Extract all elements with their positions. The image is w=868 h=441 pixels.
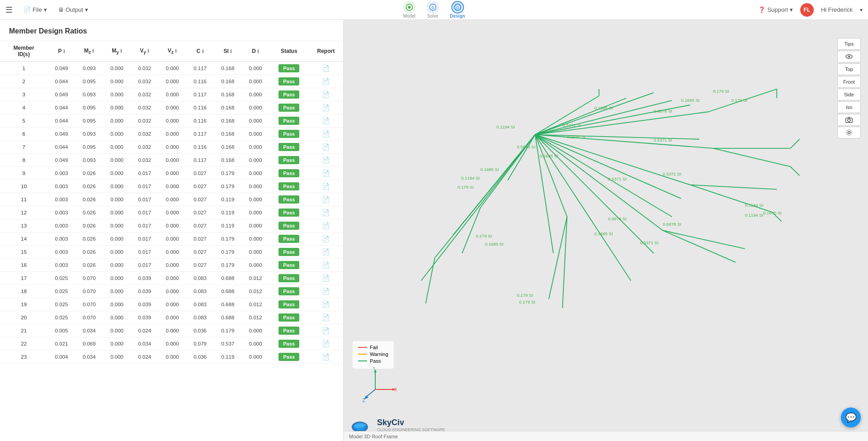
cell-my: 0.000 [103, 128, 131, 141]
cell-report[interactable]: 📄 [309, 101, 343, 114]
cell-report[interactable]: 📄 [309, 311, 343, 324]
cell-status: Pass [269, 128, 309, 141]
table-row: 2 0.044 0.095 0.000 0.032 0.000 0.116 0.… [0, 75, 343, 88]
cell-d: 0.000 [242, 324, 269, 337]
cell-report[interactable]: 📄 [309, 114, 343, 128]
cell-si: 0.168 [214, 101, 241, 114]
report-icon: 📄 [322, 353, 330, 360]
cell-vz: 0.000 [159, 232, 186, 246]
menu-icon[interactable]: ☰ [5, 5, 13, 15]
cell-member-id: 13 [0, 219, 47, 232]
svg-text:0.179 SI: 0.179 SI [458, 185, 474, 190]
topbar-right: ❓ Support ▾ FL Hi Frederick ▾ [758, 3, 863, 17]
output-menu[interactable]: 🖥 Output ▾ [54, 5, 92, 15]
side-button[interactable]: Side [837, 89, 861, 100]
cell-report[interactable]: 📄 [309, 193, 343, 206]
legend-fail: Fail [358, 345, 388, 350]
report-icon: 📄 [322, 288, 330, 295]
cell-report[interactable]: 📄 [309, 167, 343, 180]
svg-text:0.179 SI: 0.179 SI [713, 89, 729, 94]
cell-member-id: 17 [0, 272, 47, 285]
cell-mz: 0.095 [75, 75, 103, 88]
cell-member-id: 4 [0, 101, 47, 114]
svg-text:0.5878 SI: 0.5878 SI [517, 144, 535, 149]
cell-vz: 0.000 [159, 311, 186, 324]
cell-c: 0.083 [186, 298, 214, 311]
table-row: 1 0.049 0.093 0.000 0.032 0.000 0.117 0.… [0, 62, 343, 75]
svg-text:0.1194 SI: 0.1194 SI [461, 175, 480, 180]
cell-report[interactable]: 📄 [309, 324, 343, 337]
legend-pass: Pass [358, 358, 388, 364]
user-name[interactable]: Hi Frederick [821, 6, 853, 13]
file-menu[interactable]: 📄 File ▾ [20, 5, 51, 15]
table-container[interactable]: MemberID(s) P ℹ Mz ℹ My ℹ Vy ℹ Vz ℹ C ℹ … [0, 41, 343, 441]
cell-p: 0.049 [47, 154, 75, 167]
mode-solve[interactable]: S Solve [426, 1, 439, 19]
cell-p: 0.044 [47, 114, 75, 128]
eye-icon-button[interactable] [837, 51, 861, 62]
cell-report[interactable]: 📄 [309, 246, 343, 259]
cell-report[interactable]: 📄 [309, 298, 343, 311]
mode-design-icon: D [451, 1, 464, 14]
cell-report[interactable]: 📄 [309, 180, 343, 193]
cell-status: Pass [269, 101, 309, 114]
camera-icon-button[interactable] [837, 114, 861, 126]
settings-icon-button[interactable] [837, 127, 861, 138]
topbar: ☰ 📄 File ▾ 🖥 Output ▾ Model S Solve [0, 0, 868, 20]
cell-my: 0.000 [103, 141, 131, 154]
mode-model[interactable]: Model [403, 1, 415, 19]
cell-report[interactable]: 📄 [309, 75, 343, 88]
cell-report[interactable]: 📄 [309, 259, 343, 272]
cell-report[interactable]: 📄 [309, 62, 343, 75]
cell-report[interactable]: 📄 [309, 128, 343, 141]
table-row: 13 0.003 0.026 0.000 0.017 0.000 0.027 0… [0, 219, 343, 232]
cell-report[interactable]: 📄 [309, 272, 343, 285]
cell-p: 0.003 [47, 259, 75, 272]
col-mz: Mz ℹ [75, 41, 103, 62]
cell-my: 0.000 [103, 193, 131, 206]
cell-c: 0.116 [186, 141, 214, 154]
legend: Fail Warning Pass [353, 341, 394, 369]
support-button[interactable]: ❓ Support ▾ [758, 6, 793, 13]
cell-status: Pass [269, 193, 309, 206]
svg-text:0.5371 SI: 0.5371 SI [640, 240, 659, 245]
cell-report[interactable]: 📄 [309, 337, 343, 351]
cell-vy: 0.024 [131, 351, 158, 364]
cell-report[interactable]: 📄 [309, 232, 343, 246]
mode-design[interactable]: D Design [450, 1, 465, 19]
cell-d: 0.000 [242, 337, 269, 351]
cell-my: 0.000 [103, 298, 131, 311]
svg-point-1 [408, 6, 410, 9]
table-header-row: MemberID(s) P ℹ Mz ℹ My ℹ Vy ℹ Vz ℹ C ℹ … [0, 41, 343, 62]
cell-si: 0.168 [214, 88, 241, 101]
cell-vy: 0.032 [131, 101, 158, 114]
cell-c: 0.027 [186, 206, 214, 219]
chat-button[interactable]: 💬 [841, 408, 861, 427]
top-button[interactable]: Top [837, 63, 861, 75]
tips-button[interactable]: Tips [837, 38, 861, 50]
front-button[interactable]: Front [837, 76, 861, 88]
cell-report[interactable]: 📄 [309, 88, 343, 101]
table-row: 3 0.049 0.093 0.000 0.032 0.000 0.117 0.… [0, 88, 343, 101]
cell-report[interactable]: 📄 [309, 154, 343, 167]
cell-vz: 0.000 [159, 141, 186, 154]
cell-status: Pass [269, 154, 309, 167]
cell-mz: 0.026 [75, 193, 103, 206]
iso-button[interactable]: Iso [837, 101, 861, 113]
cell-vy: 0.017 [131, 246, 158, 259]
cell-mz: 0.026 [75, 246, 103, 259]
cell-d: 0.000 [242, 193, 269, 206]
report-icon: 📄 [322, 275, 330, 282]
cell-report[interactable]: 📄 [309, 351, 343, 364]
cell-my: 0.000 [103, 272, 131, 285]
cell-c: 0.083 [186, 272, 214, 285]
cell-vy: 0.017 [131, 180, 158, 193]
cell-si: 0.537 [214, 337, 241, 351]
cell-my: 0.000 [103, 62, 131, 75]
report-icon: 📄 [322, 314, 330, 321]
cell-report[interactable]: 📄 [309, 285, 343, 298]
cell-mz: 0.026 [75, 259, 103, 272]
cell-report[interactable]: 📄 [309, 141, 343, 154]
cell-report[interactable]: 📄 [309, 219, 343, 232]
cell-report[interactable]: 📄 [309, 206, 343, 219]
